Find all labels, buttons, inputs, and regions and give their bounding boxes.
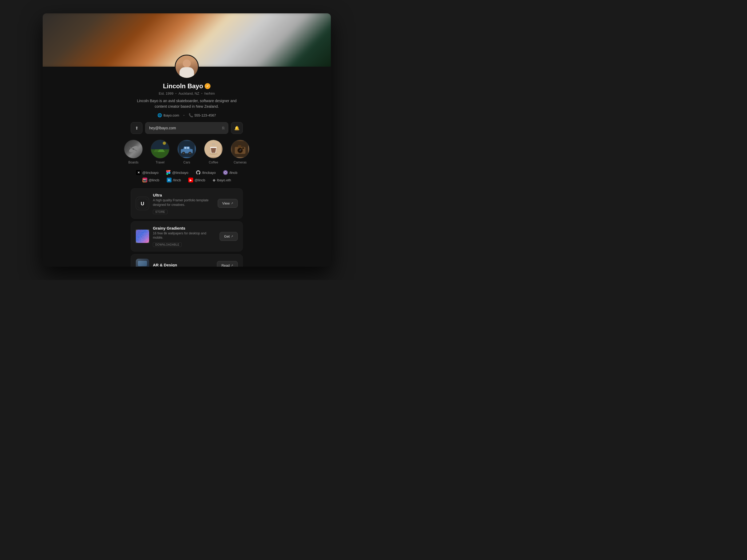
category-label-coffee: Coffee bbox=[209, 161, 218, 164]
instagram-handle: @lincb bbox=[149, 178, 159, 182]
phone-icon: 📞 bbox=[189, 113, 193, 117]
category-label-travel: Travel bbox=[156, 161, 164, 164]
bell-icon: 🔔 bbox=[234, 126, 239, 131]
grainy-action: Get ↗ bbox=[220, 232, 238, 241]
copy-icon: ⎘ bbox=[222, 126, 224, 130]
travel-visual bbox=[151, 140, 170, 158]
grainy-desc: 16 free 8k wallpapers for desktop and mo… bbox=[153, 231, 216, 240]
ar-action: Read ↗ bbox=[217, 261, 238, 267]
avatar-person bbox=[176, 55, 198, 78]
figma-handle: @lincbayo bbox=[172, 171, 188, 175]
farcaster-handle: /lincb bbox=[229, 171, 237, 175]
svg-point-9 bbox=[163, 141, 166, 145]
grainy-icon bbox=[136, 230, 149, 243]
github-handle: /lincbayo bbox=[202, 171, 215, 175]
category-circle-boards bbox=[124, 140, 143, 158]
linkedin-icon: in bbox=[167, 178, 172, 182]
svg-rect-27 bbox=[242, 148, 244, 149]
bell-button[interactable]: 🔔 bbox=[231, 122, 243, 134]
ultra-action-label: View bbox=[222, 201, 230, 205]
action-bar: ⬆ hey@lbayo.com ⎘ 🔔 bbox=[131, 122, 243, 134]
svg-point-28 bbox=[240, 149, 241, 150]
category-cameras[interactable]: Cameras bbox=[231, 140, 250, 164]
x-icon: ✕ bbox=[136, 170, 141, 175]
ar-card-info: AR & Design bbox=[153, 263, 213, 267]
external-link-icon: ↗ bbox=[231, 202, 233, 205]
user-meta: Est. 1999 Auckland, NZ he/him bbox=[159, 91, 215, 96]
social-figma[interactable]: @lincbayo bbox=[166, 170, 188, 175]
grainy-get-button[interactable]: Get ↗ bbox=[220, 232, 238, 241]
social-youtube[interactable]: ▶ @lincb bbox=[188, 178, 205, 182]
ultra-title: Ultra bbox=[153, 193, 214, 197]
website-text: lbayo.com bbox=[163, 113, 179, 117]
eth-handle: lbayo.eth bbox=[217, 178, 231, 182]
github-icon bbox=[196, 170, 201, 175]
category-cars[interactable]: Cars bbox=[177, 140, 196, 164]
svg-point-18 bbox=[189, 153, 191, 154]
ultra-view-button[interactable]: View ↗ bbox=[218, 199, 238, 208]
category-circle-coffee bbox=[204, 140, 223, 158]
coffee-visual bbox=[204, 140, 223, 158]
grainy-title: Grainy Gradients bbox=[153, 226, 216, 231]
verified-badge: ✓ bbox=[205, 83, 210, 89]
ar-icon-inner bbox=[136, 259, 149, 267]
social-linkedin[interactable]: in /lincb bbox=[167, 178, 181, 182]
social-instagram[interactable]: 📷 @lincb bbox=[143, 178, 159, 182]
email-field[interactable]: hey@lbayo.com ⎘ bbox=[145, 122, 228, 134]
contact-phone[interactable]: 📞 555-123-4567 bbox=[189, 113, 216, 117]
category-label-boards: Boards bbox=[128, 161, 138, 164]
social-x[interactable]: ✕ @lincbayo bbox=[136, 170, 158, 175]
category-label-cars: Cars bbox=[183, 161, 190, 164]
name-text: Lincoln Bayo bbox=[163, 82, 203, 90]
share-button[interactable]: ⬆ bbox=[131, 122, 143, 134]
svg-marker-12 bbox=[183, 146, 190, 149]
email-text: hey@lbayo.com bbox=[149, 126, 176, 130]
social-row-2: 📷 @lincb in /lincb ▶ @lincb ◆ lbayo.eth bbox=[131, 178, 243, 182]
svg-point-16 bbox=[183, 153, 184, 154]
youtube-icon: ▶ bbox=[188, 178, 193, 182]
meta-divider-1 bbox=[176, 93, 176, 94]
category-label-cameras: Cameras bbox=[234, 161, 247, 164]
user-name: Lincoln Bayo ✓ bbox=[163, 82, 211, 90]
external-link-icon-3: ↗ bbox=[231, 264, 233, 267]
cars-visual bbox=[178, 140, 196, 158]
avatar bbox=[175, 55, 199, 79]
social-farcaster[interactable]: ⬡ /lincb bbox=[223, 170, 237, 175]
ar-design-icon bbox=[136, 259, 149, 267]
avatar-wrapper bbox=[175, 55, 199, 79]
category-travel[interactable]: Travel bbox=[151, 140, 170, 164]
svg-text:U: U bbox=[141, 201, 144, 206]
cameras-visual bbox=[231, 140, 249, 158]
contact-website[interactable]: 🌐 lbayo.com bbox=[157, 113, 179, 117]
grainy-tag: DOWNLOADABLE bbox=[153, 242, 182, 247]
meta-divider-2 bbox=[201, 93, 202, 94]
svg-rect-32 bbox=[136, 230, 149, 243]
screen-container: Lincoln Bayo ✓ Est. 1999 Auckland, NZ he… bbox=[43, 14, 331, 267]
contact-divider bbox=[184, 115, 184, 116]
category-circle-cars bbox=[177, 140, 196, 158]
social-github[interactable]: /lincbayo bbox=[196, 170, 215, 175]
ultra-icon: U bbox=[136, 197, 149, 210]
user-year: Est. 1999 bbox=[159, 91, 174, 96]
contact-row: 🌐 lbayo.com 📞 555-123-4567 bbox=[157, 113, 216, 117]
ar-read-button[interactable]: Read ↗ bbox=[217, 261, 238, 267]
ar-action-label: Read bbox=[222, 264, 230, 267]
svg-rect-14 bbox=[187, 147, 189, 149]
youtube-handle: @lincb bbox=[195, 178, 205, 182]
user-location: Auckland, NZ bbox=[179, 91, 199, 96]
instagram-icon: 📷 bbox=[143, 178, 147, 182]
figma-icon bbox=[166, 170, 171, 175]
category-coffee[interactable]: Coffee bbox=[204, 140, 223, 164]
farcaster-icon: ⬡ bbox=[223, 170, 228, 175]
ultra-tag: STORE bbox=[153, 210, 168, 214]
svg-rect-13 bbox=[184, 147, 186, 149]
user-bio: Lincoln Bayo is an avid skateboarder, so… bbox=[133, 98, 240, 109]
share-icon: ⬆ bbox=[135, 126, 138, 131]
categories-row: Boards Travel bbox=[124, 140, 250, 164]
profile-section: Lincoln Bayo ✓ Est. 1999 Auckland, NZ he… bbox=[43, 67, 331, 267]
category-circle-travel bbox=[151, 140, 170, 158]
social-row-1: ✕ @lincbayo @lincbayo bbox=[131, 170, 243, 175]
grainy-card-info: Grainy Gradients 16 free 8k wallpapers f… bbox=[153, 226, 216, 247]
category-boards[interactable]: Boards bbox=[124, 140, 143, 164]
social-eth[interactable]: ◆ lbayo.eth bbox=[213, 178, 231, 182]
